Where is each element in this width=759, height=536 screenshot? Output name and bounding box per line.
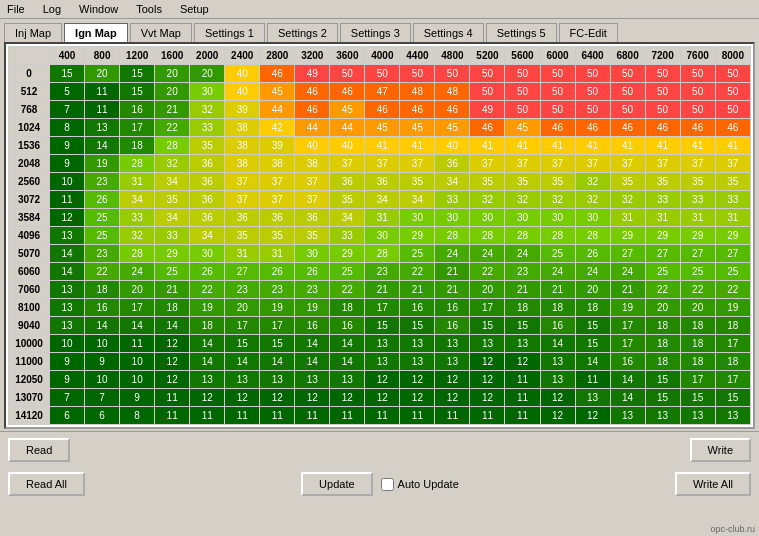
cell-r7-c15[interactable]: 32 — [575, 191, 610, 209]
cell-r13-c12[interactable]: 17 — [470, 299, 505, 317]
cell-r4-c15[interactable]: 41 — [575, 137, 610, 155]
cell-r1-c0[interactable]: 5 — [50, 83, 85, 101]
cell-r0-c3[interactable]: 20 — [155, 65, 190, 83]
cell-r8-c11[interactable]: 30 — [435, 209, 470, 227]
cell-r18-c3[interactable]: 11 — [155, 389, 190, 407]
cell-r15-c2[interactable]: 11 — [120, 335, 155, 353]
cell-r3-c2[interactable]: 17 — [120, 119, 155, 137]
cell-r13-c8[interactable]: 18 — [330, 299, 365, 317]
cell-r1-c15[interactable]: 50 — [575, 83, 610, 101]
cell-r8-c17[interactable]: 31 — [645, 209, 680, 227]
cell-r1-c3[interactable]: 20 — [155, 83, 190, 101]
cell-r9-c8[interactable]: 33 — [330, 227, 365, 245]
cell-r2-c3[interactable]: 21 — [155, 101, 190, 119]
cell-r9-c11[interactable]: 28 — [435, 227, 470, 245]
cell-r3-c3[interactable]: 22 — [155, 119, 190, 137]
cell-r5-c8[interactable]: 37 — [330, 155, 365, 173]
cell-r12-c16[interactable]: 21 — [610, 281, 645, 299]
cell-r13-c0[interactable]: 13 — [50, 299, 85, 317]
cell-r17-c19[interactable]: 17 — [715, 371, 750, 389]
cell-r9-c4[interactable]: 34 — [190, 227, 225, 245]
cell-r3-c8[interactable]: 44 — [330, 119, 365, 137]
cell-r11-c2[interactable]: 24 — [120, 263, 155, 281]
cell-r5-c15[interactable]: 37 — [575, 155, 610, 173]
cell-r16-c4[interactable]: 14 — [190, 353, 225, 371]
cell-r12-c5[interactable]: 23 — [225, 281, 260, 299]
cell-r3-c11[interactable]: 45 — [435, 119, 470, 137]
cell-r6-c16[interactable]: 35 — [610, 173, 645, 191]
cell-r17-c3[interactable]: 12 — [155, 371, 190, 389]
cell-r10-c18[interactable]: 27 — [680, 245, 715, 263]
cell-r3-c0[interactable]: 8 — [50, 119, 85, 137]
cell-r11-c8[interactable]: 25 — [330, 263, 365, 281]
cell-r3-c19[interactable]: 46 — [715, 119, 750, 137]
cell-r17-c6[interactable]: 13 — [260, 371, 295, 389]
cell-r1-c10[interactable]: 48 — [400, 83, 435, 101]
cell-r7-c2[interactable]: 34 — [120, 191, 155, 209]
cell-r15-c16[interactable]: 17 — [610, 335, 645, 353]
cell-r17-c15[interactable]: 11 — [575, 371, 610, 389]
cell-r9-c3[interactable]: 33 — [155, 227, 190, 245]
cell-r0-c1[interactable]: 20 — [85, 65, 120, 83]
cell-r1-c14[interactable]: 50 — [540, 83, 575, 101]
read-button[interactable]: Read — [8, 438, 70, 462]
cell-r14-c5[interactable]: 17 — [225, 317, 260, 335]
cell-r18-c11[interactable]: 12 — [435, 389, 470, 407]
cell-r11-c15[interactable]: 24 — [575, 263, 610, 281]
tab-settings3[interactable]: Settings 3 — [340, 23, 411, 42]
cell-r8-c12[interactable]: 30 — [470, 209, 505, 227]
cell-r7-c14[interactable]: 32 — [540, 191, 575, 209]
cell-r10-c5[interactable]: 31 — [225, 245, 260, 263]
cell-r0-c11[interactable]: 50 — [435, 65, 470, 83]
cell-r9-c19[interactable]: 29 — [715, 227, 750, 245]
cell-r16-c9[interactable]: 13 — [365, 353, 400, 371]
cell-r5-c0[interactable]: 9 — [50, 155, 85, 173]
cell-r3-c15[interactable]: 46 — [575, 119, 610, 137]
cell-r8-c16[interactable]: 31 — [610, 209, 645, 227]
cell-r2-c13[interactable]: 50 — [505, 101, 540, 119]
cell-r0-c19[interactable]: 50 — [715, 65, 750, 83]
cell-r17-c9[interactable]: 12 — [365, 371, 400, 389]
cell-r5-c5[interactable]: 38 — [225, 155, 260, 173]
cell-r13-c5[interactable]: 20 — [225, 299, 260, 317]
cell-r16-c0[interactable]: 9 — [50, 353, 85, 371]
cell-r10-c16[interactable]: 27 — [610, 245, 645, 263]
cell-r1-c19[interactable]: 50 — [715, 83, 750, 101]
cell-r18-c1[interactable]: 7 — [85, 389, 120, 407]
cell-r9-c17[interactable]: 29 — [645, 227, 680, 245]
cell-r1-c1[interactable]: 11 — [85, 83, 120, 101]
cell-r19-c8[interactable]: 11 — [330, 407, 365, 425]
cell-r11-c12[interactable]: 22 — [470, 263, 505, 281]
cell-r2-c1[interactable]: 11 — [85, 101, 120, 119]
cell-r1-c6[interactable]: 45 — [260, 83, 295, 101]
cell-r15-c5[interactable]: 15 — [225, 335, 260, 353]
cell-r6-c11[interactable]: 34 — [435, 173, 470, 191]
menu-item-window[interactable]: Window — [76, 2, 121, 16]
cell-r7-c1[interactable]: 26 — [85, 191, 120, 209]
cell-r14-c19[interactable]: 18 — [715, 317, 750, 335]
cell-r16-c3[interactable]: 12 — [155, 353, 190, 371]
cell-r12-c13[interactable]: 21 — [505, 281, 540, 299]
cell-r2-c6[interactable]: 44 — [260, 101, 295, 119]
cell-r4-c4[interactable]: 35 — [190, 137, 225, 155]
cell-r10-c14[interactable]: 25 — [540, 245, 575, 263]
cell-r0-c0[interactable]: 15 — [50, 65, 85, 83]
cell-r6-c4[interactable]: 36 — [190, 173, 225, 191]
cell-r8-c9[interactable]: 31 — [365, 209, 400, 227]
cell-r2-c18[interactable]: 50 — [680, 101, 715, 119]
cell-r19-c6[interactable]: 11 — [260, 407, 295, 425]
cell-r9-c7[interactable]: 35 — [295, 227, 330, 245]
cell-r17-c11[interactable]: 12 — [435, 371, 470, 389]
cell-r10-c17[interactable]: 27 — [645, 245, 680, 263]
cell-r16-c7[interactable]: 14 — [295, 353, 330, 371]
cell-r2-c12[interactable]: 49 — [470, 101, 505, 119]
cell-r10-c12[interactable]: 24 — [470, 245, 505, 263]
cell-r16-c17[interactable]: 18 — [645, 353, 680, 371]
menu-item-setup[interactable]: Setup — [177, 2, 212, 16]
cell-r18-c5[interactable]: 12 — [225, 389, 260, 407]
cell-r8-c7[interactable]: 36 — [295, 209, 330, 227]
cell-r12-c19[interactable]: 22 — [715, 281, 750, 299]
cell-r11-c18[interactable]: 25 — [680, 263, 715, 281]
cell-r4-c12[interactable]: 41 — [470, 137, 505, 155]
cell-r7-c4[interactable]: 36 — [190, 191, 225, 209]
